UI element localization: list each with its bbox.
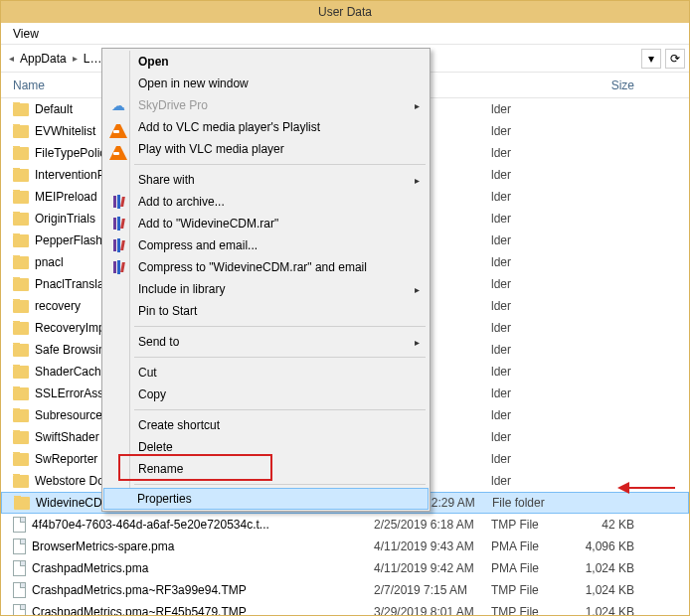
header-size[interactable]: Size — [571, 78, 650, 92]
winrar-icon — [109, 258, 127, 276]
folder-icon — [13, 475, 29, 488]
folder-icon — [13, 387, 29, 400]
ctx-include-library[interactable]: Include in library — [104, 278, 428, 300]
folder-icon — [13, 300, 29, 313]
breadcrumb-appdata[interactable]: AppData — [18, 52, 69, 66]
ctx-send-to[interactable]: Send to — [104, 331, 428, 353]
folder-icon — [13, 431, 29, 444]
winrar-icon — [109, 215, 127, 232]
breadcrumb-chevron-icon[interactable]: ▸ — [69, 53, 82, 64]
folder-icon — [13, 322, 29, 335]
list-item[interactable]: CrashpadMetrics.pma 4/11/2019 9:42 AM PM… — [1, 557, 689, 579]
folder-icon — [13, 409, 29, 422]
file-icon — [13, 539, 26, 554]
folder-icon — [13, 169, 29, 182]
ctx-share-with[interactable]: Share with — [104, 169, 428, 191]
file-icon — [13, 582, 26, 598]
file-icon — [13, 560, 26, 576]
ctx-open[interactable]: Open — [104, 51, 428, 73]
folder-icon — [13, 453, 29, 466]
separator — [134, 409, 426, 410]
list-item[interactable]: CrashpadMetrics.pma~RF3a99e94.TMP 2/7/20… — [1, 579, 689, 601]
ctx-compress-email[interactable]: Compress and email... — [104, 234, 428, 256]
winrar-icon — [109, 193, 127, 211]
breadcrumb-chevron-icon[interactable]: ◂ — [5, 53, 18, 64]
file-icon — [13, 604, 26, 616]
ctx-delete[interactable]: Delete — [104, 436, 428, 458]
folder-icon — [13, 103, 29, 116]
winrar-icon — [109, 236, 127, 254]
folder-icon — [13, 125, 29, 138]
ctx-rename[interactable]: Rename — [104, 458, 428, 480]
folder-icon — [13, 213, 29, 226]
vlc-icon — [109, 120, 127, 138]
ctx-open-new-window[interactable]: Open in new window — [104, 73, 428, 94]
ctx-add-vlc-playlist[interactable]: Add to VLC media player's Playlist — [104, 116, 428, 138]
separator — [134, 326, 426, 327]
folder-icon — [13, 344, 29, 357]
separator — [134, 357, 426, 358]
separator — [134, 164, 426, 165]
ctx-add-rar[interactable]: Add to "WidevineCDM.rar" — [104, 213, 428, 234]
folder-icon — [13, 191, 29, 204]
list-item[interactable]: CrashpadMetrics.pma~RF45b5479.TMP 3/29/2… — [1, 601, 689, 616]
window-title: User Data — [318, 5, 372, 19]
context-menu: Open Open in new window ☁SkyDrive Pro Ad… — [101, 48, 431, 512]
list-item[interactable]: BrowserMetrics-spare.pma 4/11/2019 9:43 … — [1, 536, 689, 557]
folder-icon — [13, 278, 29, 291]
address-dropdown-icon[interactable]: ▾ — [641, 49, 661, 69]
cloud-icon: ☁ — [109, 96, 127, 114]
ctx-cut[interactable]: Cut — [104, 362, 428, 384]
folder-icon — [14, 497, 30, 510]
ctx-add-archive[interactable]: Add to archive... — [104, 191, 428, 213]
folder-icon — [13, 234, 29, 247]
ctx-skydrive-pro: ☁SkyDrive Pro — [104, 94, 428, 116]
breadcrumb-local[interactable]: L… — [82, 52, 104, 66]
menu-view[interactable]: View — [13, 27, 39, 41]
menu-bar: View — [1, 23, 689, 45]
title-bar: User Data — [1, 1, 689, 23]
refresh-icon[interactable]: ⟳ — [665, 49, 685, 69]
ctx-pin-start[interactable]: Pin to Start — [104, 300, 428, 322]
file-icon — [13, 517, 26, 533]
ctx-properties[interactable]: Properties — [103, 488, 429, 510]
ctx-play-vlc[interactable]: Play with VLC media player — [104, 138, 428, 160]
vlc-icon — [109, 142, 127, 160]
folder-icon — [13, 256, 29, 269]
ctx-copy[interactable]: Copy — [104, 384, 428, 405]
separator — [134, 484, 426, 485]
list-item[interactable]: 4f4b70e4-7603-464d-a6af-5e20e720534c.t..… — [1, 514, 689, 536]
folder-icon — [13, 147, 29, 160]
ctx-compress-rar-email[interactable]: Compress to "WidevineCDM.rar" and email — [104, 256, 428, 278]
folder-icon — [13, 366, 29, 379]
ctx-create-shortcut[interactable]: Create shortcut — [104, 414, 428, 436]
